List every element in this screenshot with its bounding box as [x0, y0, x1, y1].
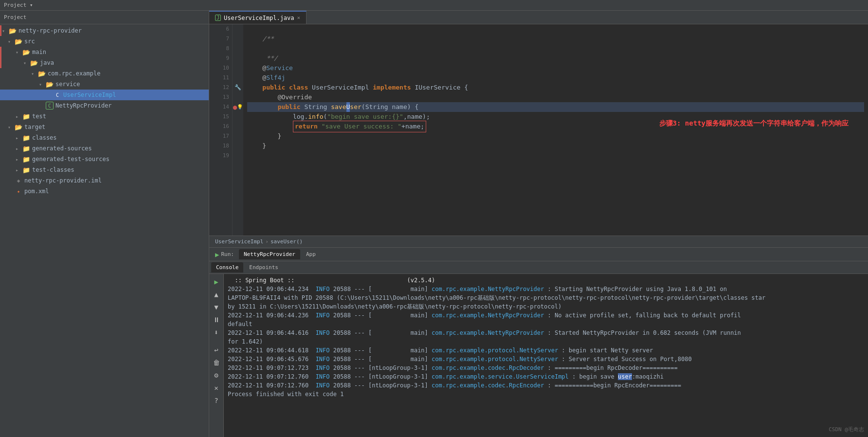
sidebar-item-src[interactable]: ▾📂src [0, 36, 209, 47]
tab-close-icon[interactable]: × [297, 15, 301, 21]
tree-label-generated-test-sources: generated-test-sources [32, 156, 109, 163]
line-num-7: 7 [217, 34, 229, 44]
sidebar-item-NettyRpcProvider[interactable]: CNettyRpcProvider [0, 100, 209, 111]
code-line-17: } [247, 131, 864, 141]
line-num-17: 17 [217, 131, 229, 141]
tree-label-root: netty-rpc-provider [18, 27, 82, 34]
sidebar-header: Project [0, 11, 209, 24]
tree-label-service: service [55, 81, 80, 88]
line-num-15: 15 [217, 112, 229, 122]
sidebar-item-pom.xml[interactable]: ✦pom.xml [0, 186, 209, 197]
line-num-10: 10 [217, 63, 229, 73]
sidebar-item-classes[interactable]: ▸📁classes [0, 132, 209, 143]
sidebar-item-generated-sources[interactable]: ▸📁generated-sources [0, 143, 209, 154]
breakpoint-icon: ● [233, 102, 237, 112]
run-label: ▶ Run: [211, 251, 238, 258]
console-line: 2022-12-11 09:06:44.618 INFO 20588 --- [… [228, 346, 864, 355]
sidebar-item-java[interactable]: ▾📂java [0, 57, 209, 68]
console-line: by 15211 in C:\Users\15211\Downloads\net… [228, 302, 864, 311]
gutter-item-14: ●💡 [233, 102, 243, 112]
code-line-14: public String saveUser(String name) { [247, 102, 864, 112]
console-toolbar: Console Endpoints [209, 261, 868, 274]
sidebar-item-com.rpc.example[interactable]: ▾📂com.rpc.example [0, 68, 209, 79]
line-num-9: 9 [217, 54, 229, 63]
console-tab[interactable]: Console [211, 262, 243, 273]
step-button[interactable]: ⬇ [211, 327, 222, 338]
console-line: 2022-12-11 09:07:12.760 INFO 20588 --- [… [228, 381, 864, 390]
tree-icon-target: 📂 [15, 123, 22, 131]
line-num-16: 16 [217, 122, 229, 131]
code-line-7: /** [247, 34, 864, 44]
run-tab-app[interactable]: App [301, 249, 321, 259]
tree-icon-classes: 📁 [22, 134, 30, 142]
run-button[interactable]: ▶ [211, 276, 222, 288]
console-line: 2022-12-11 09:06:45.676 INFO 20588 --- [… [228, 355, 864, 364]
sidebar-item-test-classes[interactable]: ▸📁test-classes [0, 164, 209, 175]
tree-icon-pom.xml: ✦ [15, 187, 22, 195]
code-line-8 [247, 44, 864, 54]
sidebar-item-test[interactable]: ▸📁test [0, 111, 209, 122]
console-line: LAPTOP-BL9FAII4 with PID 20588 (C:\Users… [228, 293, 864, 302]
editor-tab-label: UserServiceImpl.java [224, 15, 294, 21]
tree-icon-test: 📁 [22, 112, 30, 120]
console-line: 2022-12-11 09:06:44.234 INFO 20588 --- [… [228, 285, 864, 293]
console-area[interactable]: :: Spring Boot :: (v2.5.4)2022-12-11 09:… [224, 274, 868, 437]
gutter-item-12: 🔧 [233, 83, 243, 92]
console-line: 2022-12-11 09:06:44.236 INFO 20588 --- [… [228, 311, 864, 320]
settings-button[interactable]: ⚙ [211, 369, 222, 381]
wrap-button[interactable]: ↩ [211, 344, 222, 356]
close-button[interactable]: ✕ [211, 382, 222, 394]
sidebar-content[interactable]: ▾📂netty-rpc-provider▾📂src▾📂main▾📂java▾📂c… [0, 24, 209, 437]
tree-label-UserServiceImpl: UserServiceImpl [63, 91, 116, 98]
tree-icon-UserServiceImpl: C [54, 91, 61, 99]
tree-icon-netty-rpc-provider.iml: ◈ [15, 177, 22, 184]
sidebar-item-target[interactable]: ▾📂target [0, 122, 209, 132]
csdn-watermark: CSDN @毛奇志 [829, 426, 864, 433]
toolbar-project: Project ▾ [4, 2, 33, 8]
gutter-item-7 [233, 34, 243, 44]
console-line: :: Spring Boot :: (v2.5.4) [228, 276, 864, 285]
editor-area: J UserServiceImpl.java × 678910111213141… [209, 11, 868, 247]
sidebar-item-UserServiceImpl[interactable]: CUserServiceImpl [0, 90, 209, 100]
sidebar-item-main[interactable]: ▾📂main [0, 47, 209, 57]
gutter-item-8 [233, 44, 243, 54]
line-num-12: 12 [217, 83, 229, 92]
gutter-item-13 [233, 92, 243, 102]
tree-label-test-classes: test-classes [32, 166, 74, 173]
pause-button[interactable]: ⏸ [211, 314, 222, 326]
sidebar-item-netty-rpc-provider.iml[interactable]: ◈netty-rpc-provider.iml [0, 175, 209, 186]
editor-tab-userserviceimpl[interactable]: J UserServiceImpl.java × [209, 11, 307, 24]
tree-label-pom.xml: pom.xml [24, 188, 49, 195]
code-line-12: public class UserServiceImpl implements … [247, 83, 864, 92]
console-line: for 1.642) [228, 337, 864, 346]
help-button[interactable]: ? [211, 395, 222, 406]
clear-button[interactable]: 🗑 [211, 357, 222, 368]
scroll-down-button[interactable]: ▼ [211, 301, 222, 313]
line-num-14: 14 [217, 102, 229, 112]
run-tab-nettyRpcProvider[interactable]: NettyRpcProvider [239, 249, 300, 259]
gutter-item-6 [233, 24, 243, 34]
tree-label-main: main [32, 49, 46, 55]
sidebar-item-generated-test-sources[interactable]: ▸📁generated-test-sources [0, 154, 209, 164]
editor-tabs: J UserServiceImpl.java × [209, 11, 868, 24]
scroll-up-button[interactable]: ▲ [211, 289, 222, 300]
gutter-item-17 [233, 131, 243, 141]
line-num-6: 6 [217, 24, 229, 34]
gutter-item-11 [233, 73, 243, 83]
run-marker-icon: 🔧 [235, 83, 241, 92]
breadcrumb-method[interactable]: saveUser() [271, 238, 303, 245]
tree-label-classes: classes [32, 134, 57, 141]
breadcrumb-class[interactable]: UserServiceImpl [215, 238, 263, 245]
top-toolbar: Project ▾ [0, 0, 868, 11]
code-line-19 [247, 151, 864, 161]
tree-label-java: java [40, 59, 54, 66]
code-area[interactable]: /** **/ @Service @Slf4j public class Use… [243, 24, 868, 236]
console-line: Process finished with exit code 1 [228, 390, 864, 399]
sidebar-item-service[interactable]: ▾📂service [0, 79, 209, 90]
bottom-panel: ▶ Run: NettyRpcProvider App Console Endp… [209, 247, 868, 437]
endpoints-tab[interactable]: Endpoints [244, 262, 283, 273]
sidebar-item-root[interactable]: ▾📂netty-rpc-provider [0, 25, 209, 36]
line-num-18: 18 [217, 141, 229, 151]
tree-icon-NettyRpcProvider: C [46, 102, 54, 109]
tree-icon-com.rpc.example: 📂 [38, 70, 46, 77]
